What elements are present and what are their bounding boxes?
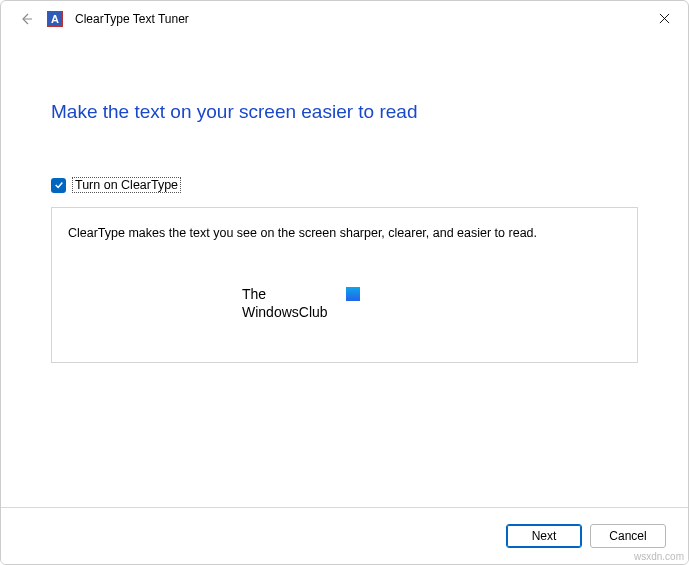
next-button[interactable]: Next: [506, 524, 582, 548]
watermark: The WindowsClub: [242, 286, 360, 321]
page-heading: Make the text on your screen easier to r…: [51, 101, 638, 123]
cleartype-checkbox-label: Turn on ClearType: [72, 177, 181, 193]
cancel-button[interactable]: Cancel: [590, 524, 666, 548]
app-icon: A: [47, 11, 63, 27]
watermark-line1: The: [242, 286, 266, 302]
site-credit: wsxdn.com: [634, 551, 684, 562]
titlebar-left: A ClearType Text Tuner: [17, 10, 189, 28]
content-area: Make the text on your screen easier to r…: [1, 37, 688, 363]
watermark-text: The WindowsClub: [242, 286, 328, 321]
close-button[interactable]: [642, 2, 686, 34]
watermark-line2: WindowsClub: [242, 304, 328, 320]
app-icon-letter: A: [51, 14, 59, 25]
cleartype-checkbox[interactable]: [51, 178, 66, 193]
back-arrow-icon[interactable]: [17, 10, 35, 28]
window-title: ClearType Text Tuner: [75, 12, 189, 26]
footer-bar: Next Cancel: [1, 507, 688, 564]
info-text: ClearType makes the text you see on the …: [68, 226, 621, 240]
info-box: ClearType makes the text you see on the …: [51, 207, 638, 363]
cleartype-checkbox-row: Turn on ClearType: [51, 177, 638, 193]
watermark-square-icon: [346, 287, 360, 301]
titlebar: A ClearType Text Tuner: [1, 1, 688, 37]
